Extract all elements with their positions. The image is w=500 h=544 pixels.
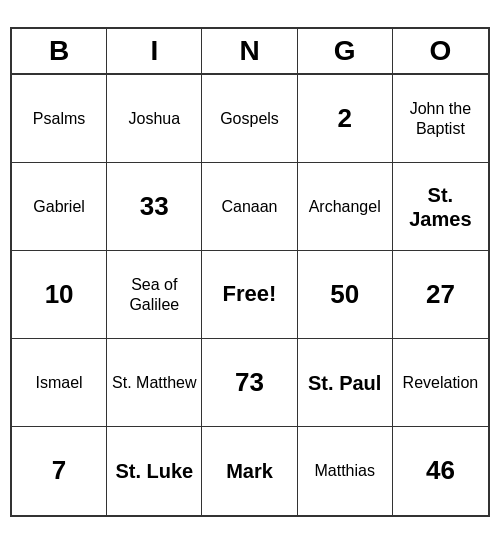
bingo-grid: PsalmsJoshuaGospels2John the BaptistGabr…	[12, 75, 488, 515]
bingo-cell: Mark	[202, 427, 297, 515]
header-letter: I	[107, 29, 202, 73]
header-letter: G	[298, 29, 393, 73]
bingo-cell: 33	[107, 163, 202, 251]
bingo-cell: St. Matthew	[107, 339, 202, 427]
bingo-cell: Free!	[202, 251, 297, 339]
bingo-cell: 2	[298, 75, 393, 163]
bingo-cell: Gabriel	[12, 163, 107, 251]
bingo-cell: Ismael	[12, 339, 107, 427]
bingo-cell: Psalms	[12, 75, 107, 163]
bingo-cell: Gospels	[202, 75, 297, 163]
bingo-cell: St. James	[393, 163, 488, 251]
bingo-cell: St. Luke	[107, 427, 202, 515]
header-letter: B	[12, 29, 107, 73]
bingo-cell: Sea of Galilee	[107, 251, 202, 339]
bingo-cell: St. Paul	[298, 339, 393, 427]
bingo-cell: 50	[298, 251, 393, 339]
bingo-card: BINGO PsalmsJoshuaGospels2John the Bapti…	[10, 27, 490, 517]
bingo-cell: Revelation	[393, 339, 488, 427]
bingo-cell: 7	[12, 427, 107, 515]
bingo-cell: Joshua	[107, 75, 202, 163]
bingo-cell: Matthias	[298, 427, 393, 515]
bingo-cell: 10	[12, 251, 107, 339]
bingo-cell: 27	[393, 251, 488, 339]
bingo-cell: Canaan	[202, 163, 297, 251]
bingo-cell: 73	[202, 339, 297, 427]
bingo-cell: 46	[393, 427, 488, 515]
bingo-cell: John the Baptist	[393, 75, 488, 163]
header-letter: N	[202, 29, 297, 73]
header-letter: O	[393, 29, 488, 73]
bingo-cell: Archangel	[298, 163, 393, 251]
bingo-header: BINGO	[12, 29, 488, 75]
